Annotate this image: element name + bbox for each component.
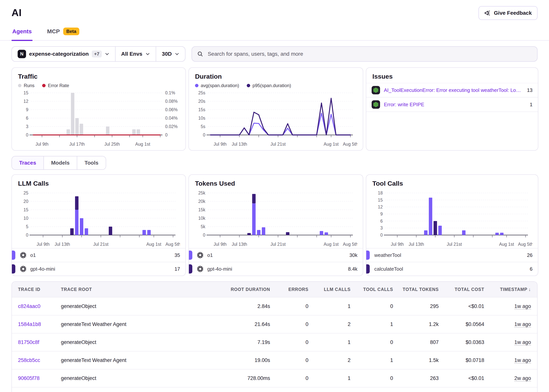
timestamp-link[interactable]: 1w ago: [514, 321, 531, 328]
traffic-legend: Runs Error Rate: [18, 83, 179, 88]
column-header[interactable]: TRACE ROOT: [61, 287, 209, 292]
root-duration: 19.00s: [209, 357, 270, 363]
tool-calls-count: 0: [350, 375, 393, 381]
column-header[interactable]: TOTAL TOKENS: [393, 287, 439, 292]
errors-count: 0: [270, 375, 308, 381]
svg-text:6: 6: [380, 219, 383, 224]
env-selector[interactable]: All Envs: [115, 47, 156, 61]
duration-chart[interactable]: 05s10s15s20s25sJul 9thJul 13thJul 21stAu…: [195, 90, 357, 148]
series-total: 17: [175, 266, 180, 272]
llm-calls-chart[interactable]: 0510152025Jul 9thJul 13thJul 21stAug 1st…: [12, 190, 185, 248]
column-header[interactable]: TOOL CALLS: [350, 287, 393, 292]
trace-root: generateText Weather Agent: [61, 357, 209, 363]
llm-calls-card: LLM Calls 0510152025Jul 9thJul 13thJul 2…: [12, 174, 186, 276]
search-input[interactable]: [207, 50, 532, 57]
timestamp-link[interactable]: 1w ago: [514, 303, 531, 309]
tool-calls-card: Tool Calls 0369121518Jul 9thJul 13thJul …: [366, 174, 538, 276]
metric-legend-row[interactable]: weatherTool26: [366, 248, 538, 262]
svg-text:25k: 25k: [198, 190, 206, 196]
series-total: 30k: [349, 252, 357, 258]
series-total: 6: [530, 266, 533, 272]
metric-legend-row[interactable]: o135: [12, 248, 185, 262]
tool-calls-title: Tool Calls: [372, 180, 532, 187]
metric-legend-row[interactable]: gpt-4o-mini8.4k: [189, 262, 363, 276]
svg-text:5: 5: [26, 224, 28, 229]
trace-id-link[interactable]: 258cb5cc: [18, 357, 40, 363]
column-header[interactable]: TRACE ID: [18, 287, 61, 292]
table-row: c824aac0generateObject2.84s010295<$0.011…: [12, 297, 537, 315]
timestamp-link[interactable]: 1w ago: [514, 357, 531, 364]
topbar: AI Give Feedback: [0, 0, 549, 20]
svg-text:5s: 5s: [201, 124, 205, 129]
column-header[interactable]: TOTAL COST: [439, 287, 484, 292]
metric-legend-row[interactable]: gpt-4o-mini17: [12, 262, 185, 276]
metric-legend-row[interactable]: o130k: [189, 248, 363, 262]
series-color-bar: [366, 251, 370, 260]
svg-text:Jul 9th: Jul 9th: [391, 242, 404, 247]
traffic-title: Traffic: [18, 73, 179, 80]
llm-calls-count: 1: [308, 303, 350, 309]
trace-id-link[interactable]: c824aac0: [18, 303, 40, 309]
tool-calls-count: 0: [350, 339, 393, 345]
column-header[interactable]: ERRORS: [270, 287, 308, 292]
table-row: 258cb5ccgenerateText Weather Agent19.00s…: [12, 351, 537, 369]
total-tokens: 807: [393, 339, 439, 345]
subtab-tools[interactable]: Tools: [77, 156, 106, 169]
svg-text:Jul 9th: Jul 9th: [214, 242, 227, 247]
series-name: gpt-4o-mini: [20, 266, 55, 272]
series-name: calculateTool: [374, 266, 403, 272]
trace-id-link[interactable]: 90605f78: [18, 375, 40, 381]
svg-text:0: 0: [203, 133, 205, 137]
series-total: 8.4k: [348, 266, 357, 272]
sort-desc-icon: ↓: [528, 287, 531, 292]
series-color-bar: [366, 264, 370, 273]
openai-icon: [20, 252, 26, 259]
trace-id-link[interactable]: 1584a1b8: [18, 321, 41, 327]
date-range-selector[interactable]: 30D: [156, 47, 185, 61]
svg-text:15: 15: [23, 90, 28, 95]
project-extra-count: +7: [92, 50, 101, 57]
llm-calls-count: 2: [308, 357, 350, 363]
tokens-used-card: Tokens Used 05k10k15k20k25kJul 9thJul 13…: [188, 174, 363, 276]
traffic-chart[interactable]: 0369121500.02%0.04%0.06%0.08%0.1%Jul 9th…: [18, 90, 179, 148]
root-duration: 7.19s: [209, 339, 270, 345]
subtab-models[interactable]: Models: [43, 156, 77, 169]
column-header[interactable]: LLM CALLS: [308, 287, 350, 292]
error-rate-legend-dot: [42, 84, 46, 87]
trace-id-link[interactable]: 81750c8f: [18, 339, 39, 345]
tab-agents[interactable]: Agents: [12, 25, 33, 40]
tokens-used-chart[interactable]: 05k10k15k20k25kJul 9thJul 13thJul 21stAu…: [189, 190, 363, 248]
svg-text:0: 0: [26, 232, 28, 238]
metric-legend-row[interactable]: calculateTool6: [366, 262, 538, 276]
overview-cards: Traffic Runs Error Rate 0369121500.02%0.…: [0, 62, 549, 151]
errors-count: 0: [270, 321, 308, 327]
issues-list: AI_ToolExecutionError: Error executing t…: [366, 83, 538, 112]
svg-text:0: 0: [165, 133, 168, 137]
svg-text:0: 0: [380, 232, 383, 238]
tab-mcp[interactable]: MCP Beta: [46, 25, 80, 40]
project-selector[interactable]: N expense-categorization +7: [12, 47, 115, 61]
megaphone-icon: [484, 10, 490, 16]
give-feedback-button[interactable]: Give Feedback: [478, 6, 537, 20]
subtab-traces[interactable]: Traces: [12, 156, 43, 169]
traces-table-body: c824aac0generateObject2.84s010295<$0.011…: [12, 297, 537, 392]
svg-text:Jul 25th: Jul 25th: [104, 142, 120, 147]
timestamp-link[interactable]: 2w ago: [514, 375, 531, 381]
traces-table-header: TRACE IDTRACE ROOTROOT DURATIONERRORSLLM…: [12, 282, 537, 297]
svg-text:3: 3: [26, 124, 28, 129]
series-color-bar: [189, 251, 192, 260]
timestamp-link[interactable]: 1w ago: [514, 339, 531, 345]
svg-text:0: 0: [203, 232, 205, 238]
issue-link[interactable]: Error: write EPIPE: [384, 102, 526, 108]
project-icon: N: [18, 50, 26, 58]
svg-text:Jul 9th: Jul 9th: [214, 142, 227, 147]
column-header[interactable]: TIMESTAMP↓: [484, 287, 531, 292]
issue-link[interactable]: AI_ToolExecutionError: Error executing t…: [384, 87, 523, 93]
svg-text:Jul 13th: Jul 13th: [232, 242, 247, 247]
column-header[interactable]: ROOT DURATION: [209, 287, 270, 292]
series-color-bar: [189, 264, 192, 273]
svg-text:12: 12: [378, 204, 383, 210]
tool-calls-chart[interactable]: 0369121518Jul 9thJul 13thJul 21stAug 1st…: [366, 190, 538, 248]
total-tokens: 263: [393, 375, 439, 381]
filter-group: N expense-categorization +7 All Envs 30D: [12, 46, 185, 62]
